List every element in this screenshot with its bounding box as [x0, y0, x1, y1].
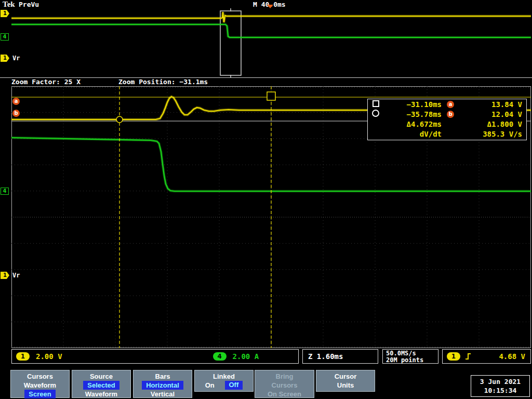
menu-source-title: Source: [72, 372, 130, 381]
zoom-scale-box: Z 1.60ms: [302, 349, 378, 364]
cursor-b-readout-badge: b: [447, 111, 454, 118]
cursor-1-time: −31.10ms: [383, 100, 442, 109]
acquisition-box: 50.0MS/s 20M points: [382, 349, 438, 364]
record-length-readout: 20M points: [386, 357, 438, 364]
channel1-scale: 2.00 V: [36, 352, 62, 361]
trigger-slope-icon: [464, 352, 472, 361]
acquisition-mode: PreVu: [19, 1, 39, 8]
dvdt-value: 385.3 V/s: [459, 130, 522, 138]
oscilloscope-screen: Tek PreVu M 40.0ms 1 4 1 Vr Zoom Factor:…: [0, 0, 532, 399]
cursor-b-value: 12.04 V: [459, 110, 522, 118]
delta-value: Δ1.800 V: [459, 120, 522, 128]
menu-source-button[interactable]: Source Selected Waveform: [72, 370, 131, 398]
cursor-readout-row-2: −35.78ms b 12.04 V: [368, 109, 526, 119]
trigger-position-icon[interactable]: [267, 5, 273, 8]
zoom-factor-readout: Zoom Factor: 25 X: [11, 78, 81, 86]
menu-linked-off-option[interactable]: Off: [225, 381, 243, 390]
menu-linked-title: Linked: [195, 372, 253, 381]
menu-linked-button[interactable]: Linked On Off: [194, 370, 254, 392]
menu-cursor-units-button[interactable]: Cursor Units: [316, 370, 375, 392]
cursor-readout-row-delta: Δ4.672ms Δ1.800 V: [368, 119, 526, 129]
menu-units-line1: Cursor: [316, 372, 375, 381]
menu-source-waveform-option[interactable]: Waveform: [72, 390, 130, 398]
menu-units-line2: Units: [316, 381, 375, 390]
menu-cursors-screen-option[interactable]: Screen: [24, 390, 55, 398]
zoom-info-bar: Zoom Factor: 25 X Zoom Position: −31.1ms: [0, 78, 532, 86]
vr-label-overview: Vr: [12, 55, 20, 62]
cursor-2-time: −35.78ms: [383, 110, 442, 118]
channel1-badge[interactable]: 1: [16, 352, 30, 361]
menu-linked-on-option[interactable]: On: [205, 381, 215, 389]
trigger-box: 1 4.68 V: [442, 349, 531, 364]
cursor-readout-row-1: −31.10ms a 13.84 V: [368, 99, 526, 109]
channel4-marker-main[interactable]: 4: [1, 188, 9, 195]
delta-time: Δ4.672ms: [383, 120, 442, 128]
zoom-position-readout: Zoom Position: −31.1ms: [118, 78, 208, 86]
trigger-level-readout: 4.68 V: [499, 352, 525, 361]
channel4-scale: 2.00 A: [233, 352, 259, 361]
menu-bring-line1: Bring: [255, 372, 314, 381]
menu-bars-vertical-option[interactable]: Vertical: [134, 390, 192, 398]
menu-bars-title: Bars: [134, 372, 192, 381]
trigger-channel-badge[interactable]: 1: [447, 352, 460, 361]
time-readout: 10:15:34: [471, 386, 529, 395]
cursor-b-badge[interactable]: b: [12, 110, 20, 117]
menu-bring-line3: On Screen: [255, 390, 314, 398]
menu-bars-horizontal-option[interactable]: Horizontal: [142, 381, 183, 390]
datetime-box: 3 Jun 2021 10:15:34: [471, 375, 530, 397]
square-cursor-icon: [373, 100, 379, 109]
channel4-marker-overview[interactable]: 4: [1, 33, 9, 41]
cursor-a-badge[interactable]: a: [12, 98, 20, 105]
cursor-readout-row-dvdt: dV/dt 385.3 V/s: [368, 129, 526, 139]
cursor-a-readout-badge: a: [447, 101, 454, 108]
dvdt-label: dV/dt: [383, 130, 442, 138]
menu-source-selected-option[interactable]: Selected: [83, 381, 119, 390]
date-readout: 3 Jun 2021: [471, 377, 529, 386]
menu-cursors-button[interactable]: Cursors Waveform Screen: [10, 370, 70, 398]
menu-cursors-title: Cursors: [11, 372, 69, 381]
menu-bring-line2: Cursors: [255, 381, 314, 390]
menu-bars-button[interactable]: Bars Horizontal Vertical: [133, 370, 192, 398]
overview-waveform-area[interactable]: [0, 8, 532, 78]
channel4-badge[interactable]: 4: [213, 352, 227, 361]
menu-bring-cursors-button[interactable]: Bring Cursors On Screen: [255, 370, 314, 398]
cursor-readout-box: −31.10ms a 13.84 V −35.78ms b 12.04 V Δ4…: [367, 99, 527, 140]
circle-cursor-icon: [372, 110, 379, 118]
channel-scale-box: 1 2.00 V 4 2.00 A: [11, 349, 299, 364]
menu-cursors-waveform-option[interactable]: Waveform: [11, 381, 69, 390]
zoom-scale-readout: Z 1.60ms: [308, 352, 343, 361]
cursor-a-value: 13.84 V: [459, 100, 522, 109]
tek-logo: Tek: [3, 0, 15, 9]
vr-label-main: Vr: [12, 272, 20, 279]
